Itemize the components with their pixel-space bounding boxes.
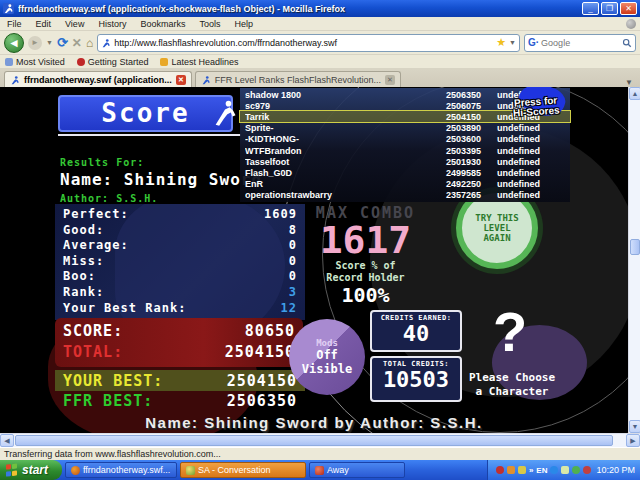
firefox-icon [77,58,85,66]
tray-icon[interactable] [507,466,515,474]
tab-close-icon[interactable]: ✕ [385,75,395,85]
bookmark-latest-headlines[interactable]: Latest Headlines [160,57,238,67]
task-firefox[interactable]: ffrndanotherway.swf... [65,462,177,478]
task-away[interactable]: Away [309,462,405,478]
throbber-icon [626,19,636,29]
menu-history[interactable]: History [91,19,133,29]
clock: 10:20 PM [596,465,635,475]
vertical-scrollbar[interactable]: ▲ ▼ [628,87,640,433]
back-button[interactable]: ◄ [4,33,24,53]
scroll-up-icon[interactable]: ▲ [629,87,640,100]
stat-miss: Miss:0 [63,254,297,270]
forward-button[interactable]: ► [28,36,42,50]
menu-help[interactable]: Help [227,19,260,29]
menu-edit[interactable]: Edit [29,19,59,29]
tab-ffr-level-ranks[interactable]: FFR Level Ranks FlashFlashRevolution... … [195,71,401,87]
messenger-icon [315,466,324,475]
leaderboard-row[interactable]: Sprite-2503890undefined [240,123,570,134]
magnifier-icon[interactable] [622,38,632,48]
stat-your-best-rank: Your Best Rank:12 [63,301,297,317]
ffr-favicon [201,75,211,85]
menu-view[interactable]: View [58,19,91,29]
max-combo-value: 1617 [293,218,438,262]
leaderboard-row[interactable]: EnR2492250undefined [240,179,570,190]
tray-icon[interactable] [561,466,569,474]
vertical-scroll-thumb[interactable] [630,239,640,255]
song-footer-banner: Name: Shining Sword by Author: S.S.H. [0,414,628,431]
search-input[interactable] [541,38,620,48]
stat-rank: Rank:3 [63,285,297,301]
url-dropdown-icon[interactable]: ▼ [509,39,516,46]
bookmarks-toolbar: Most Visited Getting Started Latest Head… [0,55,640,69]
close-button[interactable]: ✕ [620,2,637,15]
stats-panel: Perfect:1609 Good:8 Average:0 Miss:0 Boo… [55,204,305,320]
tray-icon[interactable] [572,466,580,474]
feed-icon [160,58,168,66]
menu-tools[interactable]: Tools [192,19,227,29]
character-question-mark[interactable]: ? [478,299,542,364]
start-button[interactable]: start [0,460,62,480]
score-header: Score [58,95,233,132]
record-percent-caption: Score % of Record Holder [288,260,443,284]
language-indicator[interactable]: EN [536,466,547,475]
tab-strip: ffrndanotherway.swf (application... ✕ FF… [0,69,640,87]
address-bar[interactable]: ★ ▼ [97,34,520,52]
mods-button[interactable]: Mods Off Visible [289,319,365,395]
stop-button[interactable]: ✕ [72,36,82,50]
total-row: TOTAL:2504150 [63,342,295,363]
tray-icon[interactable] [518,466,526,474]
bookmark-most-visited[interactable]: Most Visited [5,57,65,67]
stat-good: Good:8 [63,223,297,239]
windows-flag-icon [6,463,18,476]
bookmark-getting-started[interactable]: Getting Started [77,57,149,67]
leaderboard-row[interactable]: operationstrawbarry2357265undefined [240,190,570,201]
firefox-icon [71,466,80,475]
reload-button[interactable]: ⟳ [57,35,68,50]
firefox-window: ffrndanotherway.swf (application/x-shock… [0,0,640,480]
history-dropdown-icon[interactable]: ▼ [46,39,53,46]
tray-chevron-icon[interactable]: » [529,466,533,475]
taskbar: start ffrndanotherway.swf... SA - Conver… [0,460,640,480]
flash-game-area: Score Results For: Name: Shining Sword A… [0,87,628,433]
tab-list-dropdown-icon[interactable]: ▼ [622,78,636,87]
horizontal-scrollbar[interactable]: ◀ ▶ [0,433,640,447]
your-best-row: YOUR BEST: 2504150 [55,370,305,391]
tray-icon[interactable] [550,466,558,474]
menu-bookmarks[interactable]: Bookmarks [133,19,192,29]
ffr-best-row: FFR BEST: 2506350 [55,391,305,411]
tray-icon[interactable] [496,466,504,474]
leaderboard-row[interactable]: Flash_G0D2499585undefined [240,168,570,179]
choose-character-caption: Please Choose a Character [452,371,572,399]
bookmark-star-icon[interactable]: ★ [496,36,506,49]
ffr-favicon [3,3,14,14]
horizontal-scroll-thumb[interactable] [15,435,613,446]
total-credits-box: TOTAL CREDITS: 10503 [370,356,462,402]
window-title: ffrndanotherway.swf (application/x-shock… [18,4,582,14]
task-sa-conversation[interactable]: SA - Conversation [180,462,306,478]
url-input[interactable] [114,38,493,48]
tab-close-icon[interactable]: ✕ [176,75,186,85]
tab-label: ffrndanotherway.swf (application... [24,75,172,85]
google-logo-icon[interactable]: G· [528,37,539,48]
home-button[interactable]: ⌂ [86,36,93,50]
scroll-down-icon[interactable]: ▼ [629,420,640,433]
restore-button[interactable]: ❐ [601,2,618,15]
menu-bar: File Edit View History Bookmarks Tools H… [0,17,640,31]
tab-ffrndanotherway[interactable]: ffrndanotherway.swf (application... ✕ [4,71,192,87]
minimize-button[interactable]: _ [582,2,599,15]
scroll-left-icon[interactable]: ◀ [0,434,14,447]
tab-label: FFR Level Ranks FlashFlashRevolution... [215,75,381,85]
scroll-right-icon[interactable]: ▶ [626,434,640,447]
leaderboard-row[interactable]: -KIDTHONG-2503600undefined [240,134,570,145]
divider [58,134,241,136]
system-tray: » EN 10:20 PM [487,460,640,480]
menu-file[interactable]: File [0,19,29,29]
search-box[interactable]: G· [524,34,636,52]
score-row: SCORE:80650 [63,321,295,342]
status-text: Transferring data from www.flashflashrev… [4,449,221,459]
leaderboard-row[interactable]: Tasselfoot2501930undefined [240,156,570,167]
ffr-runner-icon [211,99,239,127]
leaderboard-row[interactable]: WTFBrandon2503395undefined [240,145,570,156]
ffr-favicon [101,38,111,48]
tray-icon[interactable] [583,466,591,474]
